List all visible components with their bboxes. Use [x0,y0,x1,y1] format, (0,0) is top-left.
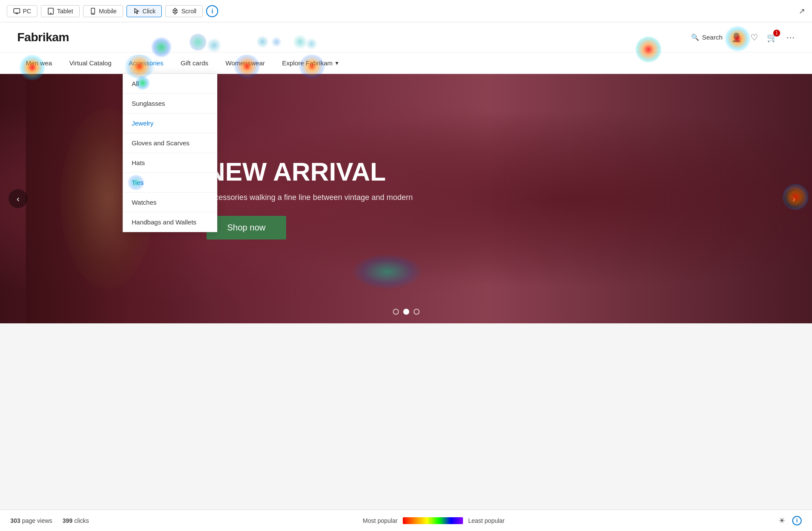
user-icon[interactable]: 👤 [731,32,742,43]
most-popular-label: Most popular [363,517,398,524]
svg-rect-0 [14,9,20,13]
dropdown-item-handbags[interactable]: Handbags and Wallets [123,212,217,232]
status-info-icon[interactable]: i [792,516,802,525]
cart-icon[interactable]: 🛒 1 [767,32,778,43]
nav-item-virtual-catalog[interactable]: Virtual Catalog [61,52,120,74]
hero-prev-button[interactable]: ‹ [9,189,28,208]
search-link[interactable]: 🔍 Search [691,34,722,41]
least-popular-label: Least popular [468,517,505,524]
legend-gradient [403,517,463,524]
site-logo: Fabrikam [17,31,69,44]
share-button[interactable]: ↗ [799,6,805,16]
header-right: 🔍 Search 👤 ♡ 🛒 1 ⋯ [691,32,795,43]
mobile-icon [90,8,96,15]
pc-icon [13,8,20,15]
pc-button[interactable]: PC [7,5,37,17]
toolbar: PC Tablet Mobile Click [0,0,812,22]
toolbar-left: PC Tablet Mobile Click [7,5,218,17]
page-views-stat: 303 page views [10,517,52,524]
svg-point-4 [51,13,52,14]
nav-item-explore[interactable]: Explore Fabrikam ▼ [273,52,348,74]
svg-point-6 [93,13,93,14]
click-mode-button[interactable]: Click [127,5,162,17]
dropdown-item-gloves-scarves[interactable]: Gloves and Scarves [123,133,217,153]
status-right: ☀ i [778,516,802,525]
info-button[interactable]: i [206,5,218,17]
dropdown-item-sunglasses[interactable]: Sunglasses [123,94,217,114]
site-nav: Men wea Virtual Catalog Accessories Gift… [0,52,812,74]
search-icon: 🔍 [691,34,699,41]
hero-dots [393,309,420,315]
dropdown-item-watches[interactable]: Watches [123,193,217,212]
shop-now-button[interactable]: Shop now [207,216,286,239]
site-header: Fabrikam 🔍 Search 👤 ♡ 🛒 [0,22,812,52]
hero-subtitle: accessories walking a fine line between … [207,193,413,202]
chevron-down-icon: ▼ [334,60,340,66]
nav-item-accessories[interactable]: Accessories [120,52,172,74]
dropdown-item-ties[interactable]: Ties [123,173,217,193]
hero-content: NEW ARRIVAL accessories walking a fine l… [207,158,413,239]
more-icon[interactable]: ⋯ [786,32,795,43]
dropdown-item-all[interactable]: All [123,74,217,94]
svg-marker-7 [173,8,177,10]
toolbar-right: ↗ [799,6,805,16]
cursor-icon [133,8,140,15]
dropdown-item-hats[interactable]: Hats [123,153,217,173]
status-left: 303 page views 399 clicks [10,517,89,524]
cart-badge: 1 [773,30,780,37]
nav-item-womenswear[interactable]: Womenswear [217,52,273,74]
clicks-stat: 399 clicks [62,517,89,524]
status-legend: Most popular Least popular [363,517,505,524]
hero-section: NEW ARRIVAL accessories walking a fine l… [0,74,812,323]
accessories-dropdown: All Sunglasses Jewelry Gloves and Scarve… [123,74,217,232]
scroll-icon [172,8,179,15]
scroll-mode-button[interactable]: Scroll [165,5,203,17]
hero-dot-3[interactable] [414,309,420,315]
hero-dot-1[interactable] [393,309,399,315]
hero-dot-2[interactable] [403,309,409,315]
hero-next-button[interactable]: › [784,189,803,208]
svg-marker-8 [173,12,177,14]
nav-item-menswear[interactable]: Men wea [17,52,61,74]
tablet-button[interactable]: Tablet [41,5,79,17]
wishlist-icon[interactable]: ♡ [750,32,758,43]
mobile-button[interactable]: Mobile [83,5,123,17]
nav-item-gift-cards[interactable]: Gift cards [172,52,217,74]
brightness-icon[interactable]: ☀ [778,516,785,525]
hero-title: NEW ARRIVAL [207,158,413,186]
status-bar: 303 page views 399 clicks Most popular L… [0,510,812,531]
dropdown-item-jewelry[interactable]: Jewelry [123,114,217,133]
tablet-icon [47,8,54,15]
